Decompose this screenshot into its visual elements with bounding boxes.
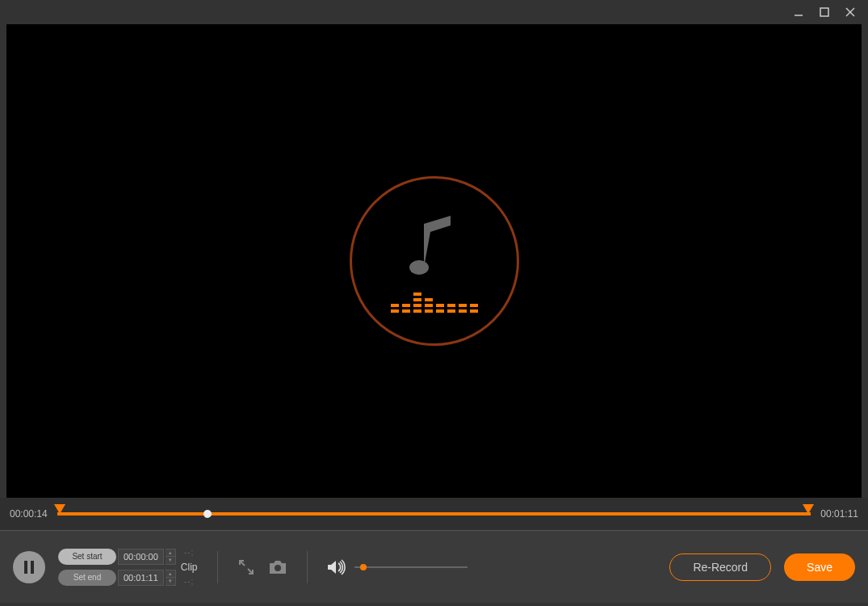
volume-control	[327, 559, 468, 575]
current-time-label: 00:00:14	[10, 508, 48, 520]
timeline-track[interactable]	[57, 502, 811, 526]
close-button[interactable]	[841, 2, 860, 22]
music-placeholder	[350, 176, 519, 346]
equalizer-icon	[391, 292, 478, 313]
music-note-icon	[406, 209, 463, 282]
maximize-button[interactable]	[815, 2, 834, 22]
camera-icon	[268, 559, 287, 575]
titlebar	[0, 0, 868, 24]
divider	[217, 551, 218, 583]
set-end-button[interactable]: Set end	[58, 570, 116, 586]
clip-bracket-top: --;	[184, 549, 194, 557]
minimize-icon	[793, 6, 804, 18]
clip-bracket-bottom: --;	[184, 578, 194, 586]
playhead[interactable]	[203, 510, 212, 518]
pause-icon	[31, 561, 34, 574]
volume-knob[interactable]	[360, 564, 367, 570]
pause-button[interactable]	[13, 551, 45, 583]
clip-label[interactable]: Clip	[181, 562, 198, 573]
clip-controls: Set start 00:00:00 ▲ ▼ Set end 00:01:11 …	[58, 549, 198, 586]
volume-icon	[327, 559, 346, 575]
total-time-label: 00:01:11	[820, 508, 858, 520]
end-time-down[interactable]: ▼	[166, 578, 175, 585]
svg-marker-8	[328, 561, 336, 574]
set-start-button[interactable]: Set start	[58, 549, 116, 565]
start-time-down[interactable]: ▼	[166, 557, 175, 564]
pause-icon	[24, 561, 27, 574]
preview-area	[6, 24, 862, 498]
end-time-field[interactable]: 00:01:11	[118, 570, 164, 586]
fullscreen-icon	[237, 558, 255, 576]
save-button[interactable]: Save	[784, 553, 855, 581]
svg-point-7	[275, 565, 281, 571]
volume-slider[interactable]	[354, 566, 468, 568]
controls-bar: Set start 00:00:00 ▲ ▼ Set end 00:01:11 …	[0, 530, 868, 603]
start-time-up[interactable]: ▲	[166, 549, 175, 557]
end-time-spinner: ▲ ▼	[166, 570, 176, 586]
svg-rect-1	[820, 8, 828, 16]
screenshot-button[interactable]	[268, 559, 287, 575]
start-time-field[interactable]: 00:00:00	[118, 549, 164, 565]
maximize-icon	[819, 6, 830, 18]
fullscreen-button[interactable]	[237, 558, 255, 576]
svg-point-4	[409, 260, 429, 275]
timeline-row: 00:00:14 00:01:11	[0, 498, 868, 530]
minimize-button[interactable]	[789, 2, 808, 22]
divider	[307, 551, 308, 583]
rerecord-button[interactable]: Re-Record	[669, 553, 771, 581]
volume-button[interactable]	[327, 559, 346, 575]
timeline-bar	[57, 512, 811, 516]
clip-start-marker[interactable]	[54, 504, 65, 514]
end-time-up[interactable]: ▲	[166, 570, 175, 578]
clip-end-marker[interactable]	[803, 504, 814, 514]
start-time-spinner: ▲ ▼	[166, 549, 176, 565]
close-icon	[845, 6, 856, 18]
